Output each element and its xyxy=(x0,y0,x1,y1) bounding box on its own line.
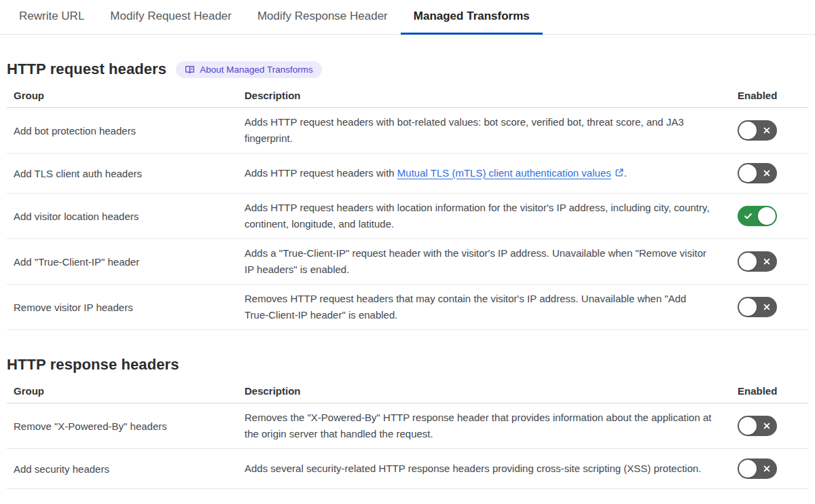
response-section-title: HTTP response headers xyxy=(7,356,179,374)
enabled-cell xyxy=(734,416,808,436)
request-headers-table: Group Description Enabled Add bot protec… xyxy=(7,88,808,330)
table-row: Add "True-Client-IP" headerAdds a "True-… xyxy=(7,239,808,285)
table-row: Remove visitor IP headersRemoves HTTP re… xyxy=(7,285,808,330)
table-header-row: Group Description Enabled xyxy=(7,88,808,108)
enabled-cell xyxy=(734,163,808,183)
description-text: Adds HTTP request headers with bot-relat… xyxy=(244,116,684,144)
request-section-header: HTTP request headers About Managed Trans… xyxy=(7,60,808,78)
request-section-title: HTTP request headers xyxy=(7,60,166,78)
description-text: Adds HTTP request headers with location … xyxy=(244,202,710,230)
toggle-knob xyxy=(739,460,757,478)
row-group-label: Remove "X-Powered-By" headers xyxy=(7,420,244,432)
enabled-cell xyxy=(734,297,808,317)
enabled-toggle[interactable] xyxy=(738,416,777,436)
enabled-toggle[interactable] xyxy=(738,251,777,272)
description-text: Removes HTTP request headers that may co… xyxy=(244,293,686,321)
row-group-label: Add visitor location headers xyxy=(7,211,244,222)
tab-modify-request-header[interactable]: Modify Request Header xyxy=(97,0,244,35)
x-icon xyxy=(763,422,771,430)
enabled-toggle[interactable] xyxy=(738,206,777,226)
enabled-cell xyxy=(734,458,808,479)
row-group-label: Add bot protection headers xyxy=(7,125,244,137)
about-managed-transforms-badge[interactable]: About Managed Transforms xyxy=(176,61,322,78)
description-text: Adds several security-related HTTP respo… xyxy=(244,463,702,474)
row-description: Removes HTTP request headers that may co… xyxy=(244,291,719,323)
row-description: Adds several security-related HTTP respo… xyxy=(244,461,719,477)
row-description: Adds HTTP request headers with location … xyxy=(244,200,719,232)
table-row: Add visitor location headersAdds HTTP re… xyxy=(7,194,808,239)
check-icon xyxy=(744,212,753,221)
tab-managed-transforms[interactable]: Managed Transforms xyxy=(401,0,543,35)
request-table-body: Add bot protection headersAdds HTTP requ… xyxy=(7,108,808,330)
x-icon xyxy=(763,169,771,177)
toggle-knob xyxy=(739,417,757,435)
mtls-doc-link[interactable]: Mutual TLS (mTLS) client authentication … xyxy=(397,167,624,179)
toggle-knob xyxy=(739,298,757,316)
row-group-label: Remove visitor IP headers xyxy=(7,302,244,313)
table-row: Add security headersAdds several securit… xyxy=(7,449,808,489)
tab-modify-response-header[interactable]: Modify Response Header xyxy=(244,0,401,35)
response-headers-section: HTTP response headers Group Description … xyxy=(7,356,808,489)
response-table-body: Remove "X-Powered-By" headersRemoves the… xyxy=(7,403,808,489)
column-header-group: Group xyxy=(7,90,244,101)
x-icon xyxy=(763,126,771,134)
row-description: Adds HTTP request headers with Mutual TL… xyxy=(244,165,719,182)
description-text: Removes the "X-Powered-By" HTTP response… xyxy=(244,412,711,439)
column-header-description: Description xyxy=(244,90,734,101)
column-header-enabled: Enabled xyxy=(734,385,808,397)
column-header-group: Group xyxy=(7,385,244,397)
table-header-row: Group Description Enabled xyxy=(7,383,808,403)
row-group-label: Add security headers xyxy=(7,463,244,475)
row-group-label: Add "True-Client-IP" header xyxy=(7,256,244,268)
column-header-enabled: Enabled xyxy=(734,90,808,101)
description-text: Adds HTTP request headers with xyxy=(244,167,397,179)
description-text: . xyxy=(624,167,627,179)
enabled-cell xyxy=(734,206,808,226)
x-icon xyxy=(763,465,771,473)
toggle-knob xyxy=(739,122,757,139)
toggle-knob xyxy=(739,253,757,270)
enabled-cell xyxy=(734,120,808,141)
enabled-toggle[interactable] xyxy=(738,163,777,183)
enabled-cell xyxy=(734,251,808,272)
external-link-icon xyxy=(615,166,624,182)
tab-bar: Rewrite URL Modify Request Header Modify… xyxy=(0,0,815,35)
row-group-label: Add TLS client auth headers xyxy=(7,168,244,179)
tab-rewrite-url[interactable]: Rewrite URL xyxy=(6,0,97,35)
description-text: Adds a "True-Client-IP" request header w… xyxy=(244,247,706,275)
row-description: Removes the "X-Powered-By" HTTP response… xyxy=(244,410,719,442)
enabled-toggle[interactable] xyxy=(738,458,777,479)
response-headers-table: Group Description Enabled Remove "X-Powe… xyxy=(7,383,808,489)
response-section-header: HTTP response headers xyxy=(7,356,808,374)
row-description: Adds a "True-Client-IP" request header w… xyxy=(244,245,719,278)
table-row: Remove "X-Powered-By" headersRemoves the… xyxy=(7,403,808,449)
row-description: Adds HTTP request headers with bot-relat… xyxy=(244,114,719,147)
badge-label: About Managed Transforms xyxy=(200,65,313,75)
request-headers-section: HTTP request headers About Managed Trans… xyxy=(7,60,808,330)
book-icon xyxy=(185,65,195,75)
column-header-description: Description xyxy=(244,385,734,397)
x-icon xyxy=(763,303,771,311)
enabled-toggle[interactable] xyxy=(738,297,777,317)
toggle-knob xyxy=(739,164,757,182)
toggle-knob xyxy=(758,207,776,225)
table-row: Add bot protection headersAdds HTTP requ… xyxy=(7,108,808,154)
table-row: Add TLS client auth headersAdds HTTP req… xyxy=(7,154,808,194)
x-icon xyxy=(763,257,771,266)
enabled-toggle[interactable] xyxy=(738,120,777,141)
